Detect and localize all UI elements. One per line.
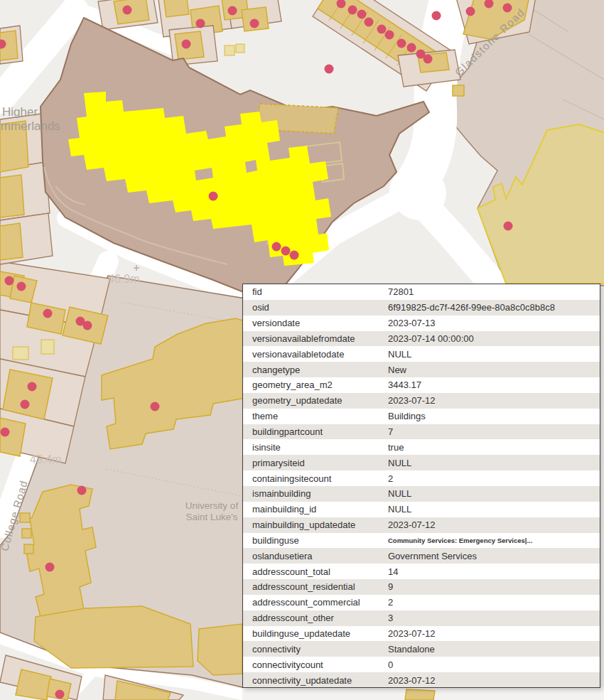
address-point-dot[interactable] — [1, 428, 10, 437]
attribute-key: fid — [243, 286, 388, 297]
attribute-key: buildingpartcount — [243, 426, 388, 437]
address-point-dot[interactable] — [281, 247, 291, 256]
map-label-elevation-2: 45.4m — [30, 453, 61, 465]
attribute-key: theme — [243, 411, 388, 421]
attribute-value: 2023-07-12 — [388, 675, 600, 686]
address-point-dot[interactable] — [45, 563, 55, 572]
address-point-dot[interactable] — [348, 6, 357, 15]
address-point-dot[interactable] — [196, 19, 205, 28]
attribute-value: NULL — [388, 458, 600, 468]
address-point-dot[interactable] — [28, 382, 37, 392]
address-point-dot[interactable] — [43, 309, 53, 318]
address-point-dot[interactable] — [385, 31, 394, 40]
attribute-row: versionavailabletodateNULL — [243, 346, 600, 362]
attribute-value: Community Services: Emergency Services|.… — [388, 537, 600, 544]
attribute-key: ismainbuilding — [243, 488, 388, 499]
attribute-row: versionavailablefromdate2023-07-14 00:00… — [243, 331, 600, 347]
attribute-row: mainbuilding_idNULL — [243, 502, 600, 517]
attribute-value: 2023-07-12 — [388, 628, 600, 639]
attribute-row: addresscount_total14 — [243, 564, 600, 579]
attribute-key: mainbuilding_updatedate — [243, 519, 388, 530]
address-point-dot[interactable] — [504, 222, 513, 231]
attribute-row: connectivityStandalone — [243, 641, 600, 657]
address-point-dot[interactable] — [397, 39, 406, 48]
attribute-key: mainbuilding_id — [243, 504, 388, 515]
attribute-key: connectivity — [243, 644, 388, 655]
attribute-value: Buildings — [388, 411, 600, 421]
address-point-dot[interactable] — [503, 4, 512, 13]
attribute-row: versiondate2023-07-13 — [243, 316, 600, 331]
attribute-key: addresscount_other — [243, 613, 388, 623]
attribute-key: versionavailabletodate — [243, 349, 388, 360]
address-point-dot[interactable] — [290, 251, 299, 260]
attribute-row: changetypeNew — [243, 362, 600, 377]
address-point-dot[interactable] — [83, 321, 92, 330]
attribute-row: buildinguse_updatedate2023-07-12 — [243, 626, 600, 642]
attribute-key: addresscount_total — [243, 566, 388, 577]
campus-building — [198, 624, 242, 675]
map-label-place-line2: Summerlands — [0, 119, 60, 133]
attribute-key: containingsitecount — [243, 473, 388, 484]
map-label-elevation-1: 46.9m — [108, 273, 139, 285]
attribute-key: buildinguse — [243, 535, 388, 546]
address-point-dot[interactable] — [325, 65, 334, 74]
attribute-row: geometry_area_m23443.17 — [243, 377, 600, 393]
address-point-dot[interactable] — [424, 55, 433, 64]
address-point-dot[interactable] — [466, 7, 475, 16]
attribute-row: ismainbuildingNULL — [243, 486, 600, 502]
attribute-row: addresscount_residential9 — [243, 579, 600, 595]
feature-info-popup[interactable]: fid72801osid6f919825-dc7f-426f-99ee-80a8… — [242, 284, 600, 688]
address-point-dot[interactable] — [21, 400, 30, 409]
address-point-dot[interactable] — [365, 18, 374, 27]
attribute-value: 9 — [388, 581, 600, 592]
attribute-row: fid72801 — [243, 284, 600, 300]
attribute-value: Government Services — [388, 551, 600, 561]
attribute-key: primarysiteid — [243, 458, 388, 468]
attribute-value: NULL — [388, 504, 600, 515]
attribute-value: 2 — [388, 597, 600, 608]
address-point-dot[interactable] — [250, 19, 259, 28]
address-point-dot[interactable] — [123, 6, 132, 15]
attribute-value: 6f919825-dc7f-426f-99ee-80a8c0c8b8c8 — [388, 302, 600, 313]
address-point-dot[interactable] — [357, 10, 367, 19]
map-application-window: Higher Summerlands Gladstone Road Colleg… — [0, 0, 604, 700]
attribute-row: addresscount_commercial2 — [243, 595, 600, 610]
address-point-dot[interactable] — [432, 11, 441, 21]
map-label-place-line1: Higher — [2, 105, 38, 119]
attribute-key: addresscount_residential — [243, 581, 388, 592]
attribute-key: connectivity_updatedate — [243, 675, 388, 686]
attribute-row: mainbuilding_updatedate2023-07-12 — [243, 517, 600, 533]
attribute-value: 0 — [388, 659, 600, 670]
address-point-dot[interactable] — [209, 192, 218, 201]
attribute-key: geometry_updatedate — [243, 395, 388, 406]
address-point-dot[interactable] — [77, 486, 87, 495]
attribute-value: 2023-07-12 — [388, 519, 600, 530]
attribute-value: 2023-07-14 00:00:00 — [388, 333, 600, 344]
attribute-value: Standalone — [388, 644, 600, 655]
attribute-row: themeBuildings — [243, 409, 600, 424]
address-point-dot[interactable] — [377, 25, 387, 34]
address-point-dot[interactable] — [17, 282, 26, 291]
attribute-row: connectivitycount0 — [243, 657, 600, 672]
attribute-value: 3 — [388, 613, 600, 623]
attribute-row: isinsitetrue — [243, 439, 600, 455]
attribute-value: 3443.17 — [388, 379, 600, 390]
address-point-dot[interactable] — [5, 276, 14, 286]
attribute-key: geometry_area_m2 — [243, 379, 388, 390]
attribute-value: NULL — [388, 349, 600, 360]
address-point-dot[interactable] — [55, 690, 65, 699]
attribute-key: oslandusetiera — [243, 551, 388, 561]
attribute-row: buildinguseCommunity Services: Emergency… — [243, 533, 600, 549]
attribute-key: connectivitycount — [243, 659, 388, 670]
attribute-key: buildinguse_updatedate — [243, 628, 388, 639]
address-point-dot[interactable] — [228, 6, 237, 16]
address-point-dot[interactable] — [151, 402, 160, 411]
attribute-key: addresscount_commercial — [243, 597, 388, 608]
address-point-dot[interactable] — [407, 43, 416, 53]
attribute-row: connectivity_updatedate2023-07-12 — [243, 672, 600, 688]
attribute-value: New — [388, 365, 600, 375]
attribute-row: geometry_updatedate2023-07-12 — [243, 393, 600, 409]
address-point-dot[interactable] — [272, 242, 281, 252]
address-point-dot[interactable] — [182, 40, 191, 49]
attribute-value: NULL — [388, 488, 600, 499]
